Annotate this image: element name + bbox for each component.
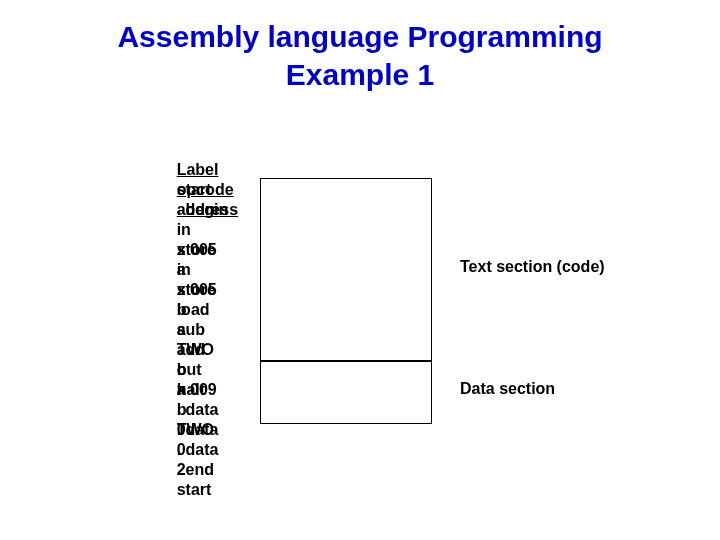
data-section-label: Data section — [460, 380, 555, 398]
header-row: Label opcode address — [150, 140, 297, 160]
slide: Assembly language Programming Example 1 … — [0, 0, 720, 540]
header-label: Label — [177, 160, 297, 180]
code-section-box — [260, 178, 432, 362]
title-line-2: Example 1 — [286, 58, 434, 91]
slide-title: Assembly language Programming Example 1 — [0, 18, 720, 93]
cell-address: start — [177, 480, 257, 500]
data-section-box — [260, 360, 432, 424]
cell-opcode: . end — [177, 460, 257, 480]
code-section-label: Text section (code) — [460, 258, 605, 276]
title-line-1: Assembly language Programming — [117, 20, 602, 53]
